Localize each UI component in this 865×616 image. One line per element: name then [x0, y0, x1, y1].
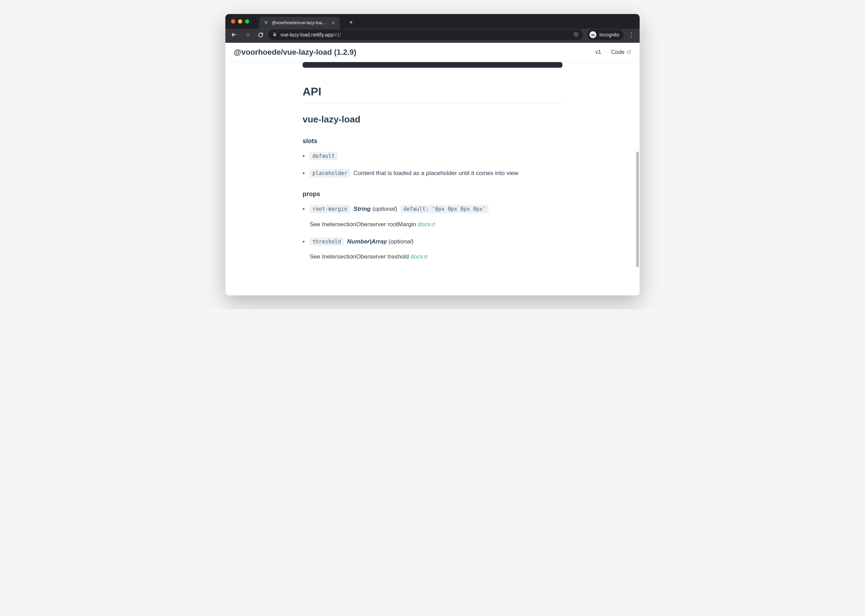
browser-chrome: @voorhoede/vue-lazy-load | @v ✕ + vue-la… [225, 14, 640, 43]
incognito-badge[interactable]: Incognito [587, 30, 624, 40]
prop-default-code: default: '0px 0px 0px 0px' [400, 205, 488, 213]
nav-link-label: v1 [596, 49, 601, 55]
prop-name-code: threshold [310, 237, 343, 246]
docs-link-label: docs [418, 221, 430, 228]
docs-link[interactable]: docs [410, 253, 428, 260]
content: API vue-lazy-load slots default placehol… [296, 62, 569, 290]
svg-point-0 [591, 35, 593, 36]
scrollbar-thumb[interactable] [636, 152, 639, 267]
prop-desc: See InetersectionOberserver rootMargin d… [310, 220, 562, 229]
minimize-window-button[interactable] [238, 19, 242, 24]
incognito-label: Incognito [599, 32, 619, 38]
url-field[interactable]: vue-lazy-load.netlify.app/v1/ [268, 30, 583, 40]
nav-link-v1[interactable]: v1 [596, 49, 601, 55]
maximize-window-button[interactable] [245, 19, 249, 24]
forward-button[interactable] [241, 29, 253, 40]
heading-slots: slots [303, 138, 562, 145]
list-item: threshold Number|Array (optional) See In… [310, 237, 562, 261]
bookmark-star-icon[interactable] [573, 31, 579, 38]
tab-title: @voorhoede/vue-lazy-load | @v [272, 20, 328, 25]
browser-window: @voorhoede/vue-lazy-load | @v ✕ + vue-la… [225, 14, 640, 295]
prop-optional: optional [391, 238, 412, 245]
list-item: default [310, 151, 562, 161]
tab-bar: @voorhoede/vue-lazy-load | @v ✕ + [225, 14, 640, 29]
heading-api: API [303, 85, 562, 104]
incognito-icon [589, 31, 596, 38]
docs-link[interactable]: docs [418, 221, 435, 228]
external-link-icon [424, 252, 428, 261]
slot-desc: Content that is loaded as a placeholder … [353, 170, 518, 176]
code-block-partial [303, 62, 562, 68]
prop-type: String [353, 206, 371, 212]
browser-tab[interactable]: @voorhoede/vue-lazy-load | @v ✕ [259, 17, 340, 29]
heading-component: vue-lazy-load [303, 114, 562, 125]
slots-list: default placeholder Content that is load… [303, 151, 562, 178]
address-bar: vue-lazy-load.netlify.app/v1/ Incognito … [225, 29, 640, 43]
external-link-icon [431, 220, 435, 229]
prop-desc-text: See InetersectionOberserver rootMargin [310, 221, 418, 228]
prop-name-code: root-margin [310, 205, 350, 213]
page-title: @voorhoede/vue-lazy-load (1.2.9) [234, 48, 356, 57]
slot-name-code: default [310, 152, 337, 160]
browser-menu-button[interactable]: ⋮ [626, 29, 637, 40]
prop-optional: optional [374, 206, 395, 212]
prop-desc-text: See InetersectionOberserver treshold [310, 253, 410, 260]
slot-name-code: placeholder [310, 169, 350, 178]
lock-icon [273, 32, 277, 38]
svg-point-1 [593, 35, 595, 36]
tab-favicon-icon [263, 20, 269, 26]
prop-desc: See InetersectionOberserver treshold doc… [310, 252, 562, 261]
url-path: /v1/ [333, 32, 341, 38]
page-viewport: @voorhoede/vue-lazy-load (1.2.9) v1 Code… [225, 43, 640, 295]
prop-type: Number|Array [347, 238, 387, 245]
external-link-icon [627, 49, 631, 55]
close-window-button[interactable] [231, 19, 235, 24]
nav-link-code[interactable]: Code [611, 49, 631, 55]
new-tab-button[interactable]: + [346, 17, 356, 27]
url-domain: vue-lazy-load.netlify.app [280, 32, 333, 38]
back-button[interactable] [228, 29, 239, 40]
list-item: root-margin String (optional) default: '… [310, 204, 562, 229]
props-list: root-margin String (optional) default: '… [303, 204, 562, 261]
heading-props: props [303, 190, 562, 198]
list-item: placeholder Content that is loaded as a … [310, 168, 562, 178]
scrollbar-track[interactable] [635, 64, 639, 293]
page-nav: v1 Code [596, 49, 631, 55]
reload-button[interactable] [255, 29, 266, 40]
tab-close-icon[interactable]: ✕ [331, 20, 336, 26]
nav-link-label: Code [611, 49, 624, 55]
window-controls [229, 19, 253, 24]
url-text: vue-lazy-load.netlify.app/v1/ [280, 32, 569, 38]
docs-link-label: docs [410, 253, 423, 260]
page-header: @voorhoede/vue-lazy-load (1.2.9) v1 Code [225, 43, 640, 62]
